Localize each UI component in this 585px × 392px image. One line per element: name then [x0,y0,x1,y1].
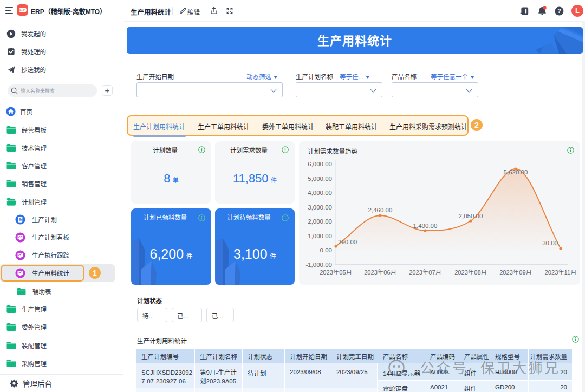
svg-text:2,460.00: 2,460.00 [368,207,393,213]
svg-text:3,000.00: 3,000.00 [308,204,332,211]
svg-text:0.00: 0.00 [320,247,332,253]
svg-text:2,050.00: 2,050.00 [459,213,483,219]
svg-text:2023年06月: 2023年06月 [364,269,396,276]
svg-text:5,000.00: 5,000.00 [308,175,332,182]
svg-text:30.00: 30.00 [542,240,558,246]
svg-text:1,000.00: 1,000.00 [308,233,332,239]
svg-text:2023年08月: 2023年08月 [454,269,487,276]
svg-text:4,000.00: 4,000.00 [308,190,332,196]
svg-text:290.00: 290.00 [338,239,357,245]
svg-text:-1,000.00: -1,000.00 [306,262,332,268]
svg-text:1,400.00: 1,400.00 [413,223,438,229]
svg-text:?: ? [557,8,561,14]
svg-text:2023年11月: 2023年11月 [545,269,577,276]
svg-text:5,620.00: 5,620.00 [504,169,528,175]
svg-text:2,000.00: 2,000.00 [308,218,332,225]
svg-text:2023年05月: 2023年05月 [320,269,352,276]
svg-text:6,000.00: 6,000.00 [308,161,332,167]
svg-text:2023年09月: 2023年09月 [499,269,532,276]
svg-text:2023年07月: 2023年07月 [409,269,441,276]
